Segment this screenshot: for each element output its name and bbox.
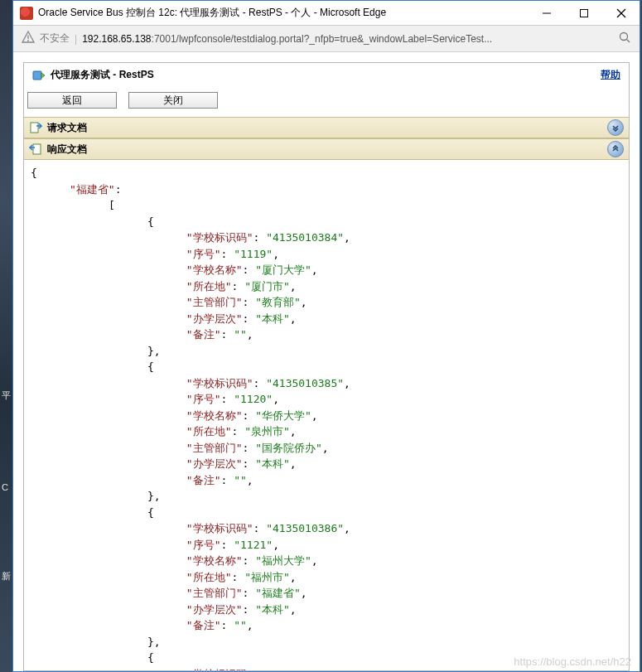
window-controls (528, 1, 640, 25)
svg-rect-1 (580, 9, 587, 17)
request-section-bar[interactable]: 请求文档 (24, 117, 629, 138)
minimize-button[interactable] (528, 1, 565, 25)
request-icon (29, 121, 42, 134)
separator: | (75, 33, 77, 45)
help-link[interactable]: 帮助 (601, 68, 620, 82)
background-sliver: 平 C 新 (0, 0, 12, 672)
titlebar: Oracle Service Bus 控制台 12c: 代理服务测试 - Res… (13, 1, 640, 26)
back-button[interactable]: 返回 (27, 92, 117, 109)
response-section-bar[interactable]: 响应文档 (24, 138, 629, 160)
request-label: 请求文档 (47, 121, 607, 135)
security-label: 不安全 (40, 31, 70, 46)
svg-rect-10 (33, 144, 41, 154)
svg-rect-9 (31, 123, 38, 133)
expand-request-icon[interactable] (607, 119, 624, 136)
collapse-response-icon[interactable] (607, 141, 624, 157)
close-button[interactable]: 关闭 (128, 92, 218, 109)
svg-point-6 (620, 33, 628, 41)
url-host: 192.168.65.138 (82, 33, 151, 45)
url-path: /lwpfconsole/testdialog.portal?_nfpb=tru… (176, 33, 493, 45)
panel-title: 代理服务测试 - RestPS (51, 68, 601, 82)
test-panel: 代理服务测试 - RestPS 帮助 返回 关闭 请求文档 (23, 62, 630, 671)
url-port: :7001 (152, 33, 176, 45)
content-area: 代理服务测试 - RestPS 帮助 返回 关闭 请求文档 (13, 52, 640, 671)
maximize-button[interactable] (565, 1, 602, 25)
address-bar: 不安全 | 192.168.65.138:7001/lwpfconsole/te… (13, 26, 640, 52)
svg-line-7 (627, 40, 630, 43)
response-icon (29, 143, 42, 156)
response-json: { "福建省": [ { "学校标识码": "4135010384", "序号"… (24, 160, 629, 670)
favicon-icon (20, 7, 33, 20)
panel-header: 代理服务测试 - RestPS 帮助 (24, 63, 629, 87)
response-label: 响应文档 (47, 143, 607, 157)
zoom-icon[interactable] (618, 31, 631, 46)
service-icon (32, 69, 46, 82)
browser-window: Oracle Service Bus 控制台 12c: 代理服务测试 - Res… (12, 0, 640, 672)
svg-rect-8 (33, 71, 41, 80)
svg-point-5 (27, 40, 29, 41)
url-text[interactable]: 192.168.65.138:7001/lwpfconsole/testdial… (82, 33, 613, 45)
warning-icon (22, 31, 35, 46)
window-title: Oracle Service Bus 控制台 12c: 代理服务测试 - Res… (38, 6, 528, 20)
button-row: 返回 关闭 (24, 87, 629, 117)
close-window-button[interactable] (602, 1, 640, 25)
